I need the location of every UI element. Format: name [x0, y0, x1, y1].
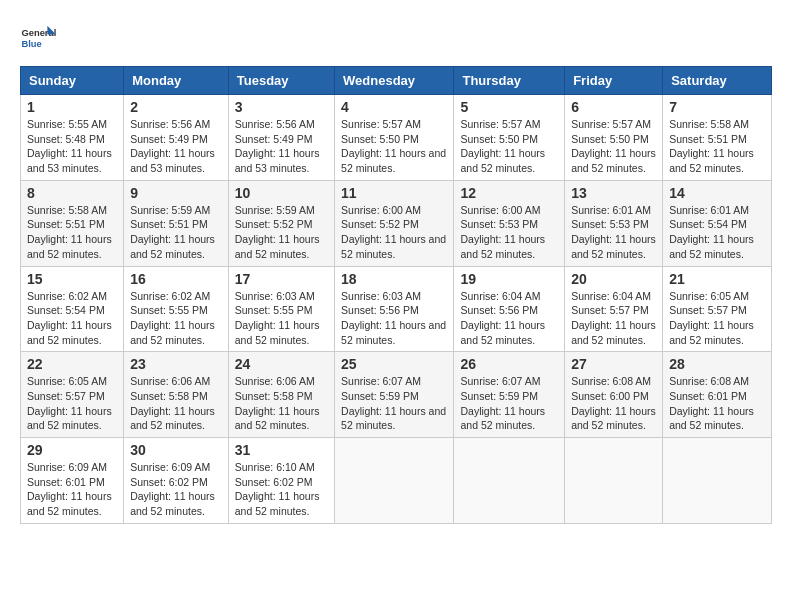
calendar-day-cell: 13 Sunrise: 6:01 AMSunset: 5:53 PMDaylig…	[565, 180, 663, 266]
calendar-day-cell	[663, 438, 772, 524]
calendar-day-cell: 30 Sunrise: 6:09 AMSunset: 6:02 PMDaylig…	[124, 438, 229, 524]
day-info: Sunrise: 5:59 AMSunset: 5:52 PMDaylight:…	[235, 204, 320, 260]
day-number: 27	[571, 356, 656, 372]
page-header: General Blue	[20, 20, 772, 56]
calendar-week-row: 15 Sunrise: 6:02 AMSunset: 5:54 PMDaylig…	[21, 266, 772, 352]
day-info: Sunrise: 5:58 AMSunset: 5:51 PMDaylight:…	[27, 204, 112, 260]
day-number: 21	[669, 271, 765, 287]
calendar-day-cell: 23 Sunrise: 6:06 AMSunset: 5:58 PMDaylig…	[124, 352, 229, 438]
day-number: 6	[571, 99, 656, 115]
calendar-day-cell: 3 Sunrise: 5:56 AMSunset: 5:49 PMDayligh…	[228, 95, 334, 181]
calendar-day-cell: 7 Sunrise: 5:58 AMSunset: 5:51 PMDayligh…	[663, 95, 772, 181]
day-info: Sunrise: 5:59 AMSunset: 5:51 PMDaylight:…	[130, 204, 215, 260]
day-number: 28	[669, 356, 765, 372]
day-info: Sunrise: 5:57 AMSunset: 5:50 PMDaylight:…	[341, 118, 446, 174]
day-number: 4	[341, 99, 447, 115]
day-number: 18	[341, 271, 447, 287]
day-number: 22	[27, 356, 117, 372]
logo-icon: General Blue	[20, 20, 56, 56]
calendar-day-cell: 14 Sunrise: 6:01 AMSunset: 5:54 PMDaylig…	[663, 180, 772, 266]
day-info: Sunrise: 6:08 AMSunset: 6:00 PMDaylight:…	[571, 375, 656, 431]
day-info: Sunrise: 6:07 AMSunset: 5:59 PMDaylight:…	[460, 375, 545, 431]
calendar-day-cell: 9 Sunrise: 5:59 AMSunset: 5:51 PMDayligh…	[124, 180, 229, 266]
day-number: 12	[460, 185, 558, 201]
svg-text:Blue: Blue	[21, 39, 41, 49]
weekday-header-cell: Friday	[565, 67, 663, 95]
day-info: Sunrise: 6:00 AMSunset: 5:53 PMDaylight:…	[460, 204, 545, 260]
calendar-day-cell	[565, 438, 663, 524]
day-number: 20	[571, 271, 656, 287]
day-info: Sunrise: 6:05 AMSunset: 5:57 PMDaylight:…	[669, 290, 754, 346]
day-number: 11	[341, 185, 447, 201]
calendar-day-cell: 28 Sunrise: 6:08 AMSunset: 6:01 PMDaylig…	[663, 352, 772, 438]
calendar-day-cell: 4 Sunrise: 5:57 AMSunset: 5:50 PMDayligh…	[335, 95, 454, 181]
day-number: 29	[27, 442, 117, 458]
day-number: 15	[27, 271, 117, 287]
day-number: 30	[130, 442, 222, 458]
day-number: 1	[27, 99, 117, 115]
calendar-day-cell: 12 Sunrise: 6:00 AMSunset: 5:53 PMDaylig…	[454, 180, 565, 266]
weekday-header-cell: Sunday	[21, 67, 124, 95]
calendar-week-row: 1 Sunrise: 5:55 AMSunset: 5:48 PMDayligh…	[21, 95, 772, 181]
calendar-day-cell: 27 Sunrise: 6:08 AMSunset: 6:00 PMDaylig…	[565, 352, 663, 438]
day-info: Sunrise: 6:10 AMSunset: 6:02 PMDaylight:…	[235, 461, 320, 517]
calendar-day-cell: 21 Sunrise: 6:05 AMSunset: 5:57 PMDaylig…	[663, 266, 772, 352]
calendar-day-cell: 22 Sunrise: 6:05 AMSunset: 5:57 PMDaylig…	[21, 352, 124, 438]
calendar-day-cell	[335, 438, 454, 524]
day-number: 8	[27, 185, 117, 201]
day-number: 23	[130, 356, 222, 372]
day-number: 3	[235, 99, 328, 115]
calendar-day-cell: 19 Sunrise: 6:04 AMSunset: 5:56 PMDaylig…	[454, 266, 565, 352]
day-info: Sunrise: 6:07 AMSunset: 5:59 PMDaylight:…	[341, 375, 446, 431]
day-info: Sunrise: 5:56 AMSunset: 5:49 PMDaylight:…	[235, 118, 320, 174]
calendar-day-cell: 26 Sunrise: 6:07 AMSunset: 5:59 PMDaylig…	[454, 352, 565, 438]
calendar-day-cell: 25 Sunrise: 6:07 AMSunset: 5:59 PMDaylig…	[335, 352, 454, 438]
weekday-header-row: SundayMondayTuesdayWednesdayThursdayFrid…	[21, 67, 772, 95]
day-number: 31	[235, 442, 328, 458]
calendar-day-cell: 24 Sunrise: 6:06 AMSunset: 5:58 PMDaylig…	[228, 352, 334, 438]
calendar-day-cell: 2 Sunrise: 5:56 AMSunset: 5:49 PMDayligh…	[124, 95, 229, 181]
calendar-day-cell: 8 Sunrise: 5:58 AMSunset: 5:51 PMDayligh…	[21, 180, 124, 266]
day-info: Sunrise: 6:03 AMSunset: 5:55 PMDaylight:…	[235, 290, 320, 346]
day-info: Sunrise: 5:56 AMSunset: 5:49 PMDaylight:…	[130, 118, 215, 174]
day-number: 10	[235, 185, 328, 201]
day-number: 2	[130, 99, 222, 115]
calendar-day-cell: 17 Sunrise: 6:03 AMSunset: 5:55 PMDaylig…	[228, 266, 334, 352]
calendar-week-row: 29 Sunrise: 6:09 AMSunset: 6:01 PMDaylig…	[21, 438, 772, 524]
day-number: 24	[235, 356, 328, 372]
logo: General Blue	[20, 20, 56, 56]
day-number: 5	[460, 99, 558, 115]
calendar-body: 1 Sunrise: 5:55 AMSunset: 5:48 PMDayligh…	[21, 95, 772, 524]
calendar-day-cell: 15 Sunrise: 6:02 AMSunset: 5:54 PMDaylig…	[21, 266, 124, 352]
day-info: Sunrise: 6:04 AMSunset: 5:57 PMDaylight:…	[571, 290, 656, 346]
day-number: 14	[669, 185, 765, 201]
calendar-day-cell: 10 Sunrise: 5:59 AMSunset: 5:52 PMDaylig…	[228, 180, 334, 266]
day-info: Sunrise: 6:08 AMSunset: 6:01 PMDaylight:…	[669, 375, 754, 431]
day-number: 25	[341, 356, 447, 372]
day-info: Sunrise: 6:01 AMSunset: 5:54 PMDaylight:…	[669, 204, 754, 260]
calendar-day-cell: 6 Sunrise: 5:57 AMSunset: 5:50 PMDayligh…	[565, 95, 663, 181]
day-number: 7	[669, 99, 765, 115]
day-info: Sunrise: 5:57 AMSunset: 5:50 PMDaylight:…	[460, 118, 545, 174]
calendar-week-row: 8 Sunrise: 5:58 AMSunset: 5:51 PMDayligh…	[21, 180, 772, 266]
calendar-day-cell: 16 Sunrise: 6:02 AMSunset: 5:55 PMDaylig…	[124, 266, 229, 352]
day-info: Sunrise: 6:06 AMSunset: 5:58 PMDaylight:…	[235, 375, 320, 431]
day-number: 26	[460, 356, 558, 372]
day-info: Sunrise: 6:05 AMSunset: 5:57 PMDaylight:…	[27, 375, 112, 431]
day-info: Sunrise: 6:00 AMSunset: 5:52 PMDaylight:…	[341, 204, 446, 260]
day-info: Sunrise: 6:09 AMSunset: 6:02 PMDaylight:…	[130, 461, 215, 517]
weekday-header-cell: Thursday	[454, 67, 565, 95]
day-info: Sunrise: 6:01 AMSunset: 5:53 PMDaylight:…	[571, 204, 656, 260]
weekday-header-cell: Wednesday	[335, 67, 454, 95]
day-info: Sunrise: 5:55 AMSunset: 5:48 PMDaylight:…	[27, 118, 112, 174]
day-info: Sunrise: 6:02 AMSunset: 5:54 PMDaylight:…	[27, 290, 112, 346]
day-info: Sunrise: 6:09 AMSunset: 6:01 PMDaylight:…	[27, 461, 112, 517]
calendar-day-cell: 1 Sunrise: 5:55 AMSunset: 5:48 PMDayligh…	[21, 95, 124, 181]
day-number: 16	[130, 271, 222, 287]
calendar-day-cell	[454, 438, 565, 524]
calendar-day-cell: 31 Sunrise: 6:10 AMSunset: 6:02 PMDaylig…	[228, 438, 334, 524]
calendar-day-cell: 11 Sunrise: 6:00 AMSunset: 5:52 PMDaylig…	[335, 180, 454, 266]
day-info: Sunrise: 6:06 AMSunset: 5:58 PMDaylight:…	[130, 375, 215, 431]
weekday-header-cell: Saturday	[663, 67, 772, 95]
day-number: 19	[460, 271, 558, 287]
